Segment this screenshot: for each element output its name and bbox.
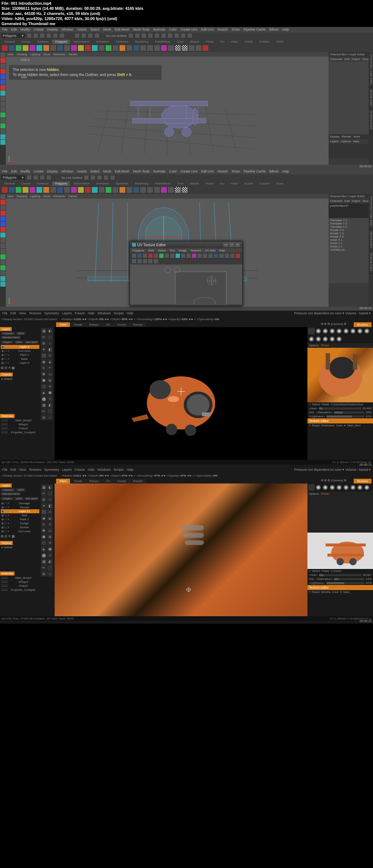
tool-icon[interactable]: ○ xyxy=(47,571,53,577)
item-render[interactable]: Render xyxy=(342,135,351,138)
item-general[interactable]: General xyxy=(1,182,17,186)
tool-icon[interactable]: ⊗ xyxy=(47,534,53,539)
item-xgen[interactable]: XGen xyxy=(232,170,240,174)
item-view[interactable]: View xyxy=(7,53,13,56)
tool-icon[interactable]: ⬚ xyxy=(47,408,53,414)
item-assets[interactable]: Assets xyxy=(77,28,87,32)
item-fur[interactable]: Fur xyxy=(217,40,227,44)
item-options[interactable]: Options xyxy=(341,140,351,143)
tool-icon[interactable]: ✶ xyxy=(47,383,53,389)
item-window[interactable]: Window xyxy=(62,170,73,174)
tool-icon[interactable]: ≡ xyxy=(41,521,47,527)
toolbox[interactable] xyxy=(0,52,6,165)
tool-icon[interactable]: ⊕ xyxy=(41,340,47,346)
tool-icon[interactable]: ⬛ xyxy=(41,353,47,358)
item-display[interactable]: Display xyxy=(330,135,339,138)
item-color[interactable]: Color xyxy=(336,424,343,427)
mode-selector-row[interactable]: Polygons No Live Surface xyxy=(0,32,373,39)
uv-texture-editor[interactable]: UV Texture Editor —□× PolygonsViewSelect… xyxy=(130,241,243,306)
tool-icon[interactable]: ▦ xyxy=(41,328,47,334)
viewport-1[interactable]: ViewShadingLightingShowRendererPanels xyxy=(6,52,329,165)
tool-icon[interactable]: ◐ xyxy=(47,558,53,564)
tool-icon[interactable]: ✧ xyxy=(47,552,53,558)
tool-icon[interactable]: ✧ xyxy=(47,396,53,402)
tool-icon[interactable]: ⬙ xyxy=(47,515,53,521)
tool-palette[interactable]: ▦◐✏⬚⊕○✦◧⬛✂◉⬙≡⌖✱▭⬢⊗⬡✶◈⬣⬤✧▦◐✏⬚⊕○ xyxy=(40,327,55,460)
tool-icon[interactable]: ▦ xyxy=(41,484,47,490)
tool-icon[interactable]: ◐ xyxy=(47,328,53,334)
layer-decals[interactable]: ☐ ✕Decals xyxy=(1,505,39,509)
tool-icon[interactable]: ⬤ xyxy=(41,552,47,558)
tool-icon[interactable]: ⬛ xyxy=(41,509,47,515)
item--[interactable]: ? xyxy=(309,590,310,594)
item-show[interactable]: Show xyxy=(43,195,51,198)
tool-icon[interactable]: ⊕ xyxy=(41,497,47,502)
item-create[interactable]: Create xyxy=(34,28,44,32)
layer-cut-lines[interactable]: ☐ ✕Cut Lines xyxy=(1,529,39,533)
item-deformation[interactable]: Deformation xyxy=(71,182,93,186)
item-bifrost[interactable]: Bifrost xyxy=(269,28,279,32)
item-edit-mesh[interactable]: Edit Mesh xyxy=(115,28,129,32)
item-edit-mesh[interactable]: Edit Mesh xyxy=(115,170,129,174)
tool-icon[interactable]: ⌖ xyxy=(47,521,53,527)
brushes-panel[interactable]: OptionsPicker <SelectPasteC:\Users\Ryan\… xyxy=(307,327,373,460)
channel-box[interactable]: Channel Box / Layer Editor ChannelsEditO… xyxy=(329,52,369,165)
item-dynamics[interactable]: Dynamics xyxy=(113,182,131,186)
item-painteffects[interactable]: PaintEffects xyxy=(152,40,174,44)
item-rendering[interactable]: Rendering xyxy=(132,40,152,44)
item-image[interactable]: Image xyxy=(178,249,186,252)
tool-icon[interactable]: ⬢ xyxy=(41,377,47,383)
item-create-uvs[interactable]: Create UVs xyxy=(181,28,198,32)
item-panels[interactable]: Panels xyxy=(68,195,77,198)
item-nhair[interactable]: nHair xyxy=(228,40,241,44)
item-ncloth[interactable]: nCloth xyxy=(242,182,256,186)
tool-icon[interactable]: ⌖ xyxy=(47,365,53,371)
item-edit[interactable]: Edit xyxy=(345,57,350,61)
item-animation[interactable]: Animation xyxy=(93,40,112,44)
tool-icon[interactable]: ✶ xyxy=(47,540,53,546)
item-xgen[interactable]: XGen xyxy=(232,28,240,32)
layer-cut-lines[interactable]: ☐ ✕Cut Lines xyxy=(1,349,39,353)
tool-icon[interactable]: ⬙ xyxy=(47,359,53,365)
item-muscle[interactable]: Muscle xyxy=(187,40,202,44)
item-renderer[interactable]: Renderer xyxy=(54,195,66,198)
item-select[interactable]: Select xyxy=(90,170,99,174)
close-button[interactable]: × xyxy=(235,243,240,247)
tool-icon[interactable]: ◉ xyxy=(41,515,47,521)
item-fluids[interactable]: Fluids xyxy=(203,182,216,186)
mode-dropdown[interactable]: Polygons xyxy=(1,33,25,38)
item-help[interactable]: Help xyxy=(353,140,359,143)
item--[interactable]: ▾ xyxy=(340,590,342,594)
channel-box[interactable]: Channel Box / Layer Editor ChannelsEditO… xyxy=(329,194,369,307)
tool-icon[interactable]: ○ xyxy=(47,414,53,420)
tool-icon[interactable]: ✏ xyxy=(41,490,47,496)
picker-image[interactable] xyxy=(307,348,373,402)
item-select[interactable]: Select xyxy=(158,249,166,252)
tool-icon[interactable]: ✏ xyxy=(41,408,47,414)
item-tool[interactable]: Tool xyxy=(169,249,175,252)
item-edit-uvs[interactable]: Edit UVs xyxy=(201,28,214,32)
item-curves[interactable]: Curves xyxy=(18,182,33,186)
item-fur[interactable]: Fur xyxy=(217,182,227,186)
item-modify[interactable]: Modify xyxy=(20,28,30,32)
picker-image[interactable] xyxy=(307,533,373,569)
item-custom[interactable]: Custom xyxy=(256,40,272,44)
item-view[interactable]: View xyxy=(148,249,154,252)
viewport-menu[interactable]: ViewShadingLightingShowRendererPanels xyxy=(6,52,329,57)
item-normals[interactable]: Normals xyxy=(153,170,166,174)
item-rendering[interactable]: Rendering xyxy=(132,182,152,186)
item-edit[interactable]: Edit xyxy=(345,199,350,203)
shelf-tabs[interactable]: GeneralCurvesSurfacesPolygonsDeformation… xyxy=(0,39,373,44)
item-modify[interactable]: Modify xyxy=(20,170,30,174)
layer-dodge[interactable]: ☐ ✕Dodge xyxy=(1,521,39,525)
layer-mult[interactable]: ☐ ✕Mult xyxy=(1,513,39,517)
right-tabs[interactable]: Channel Box / Layer EditorAttribute Edit… xyxy=(369,52,373,165)
item-help[interactable]: Help xyxy=(219,249,225,252)
tool-icon[interactable]: ⊗ xyxy=(47,377,53,383)
tool-icon[interactable]: ⬚ xyxy=(47,490,53,496)
item-channels[interactable]: Channels xyxy=(330,199,342,203)
item-fluids[interactable]: Fluids xyxy=(203,40,216,44)
item-main_bod[interactable]: Main_Bod xyxy=(347,424,360,427)
item-channels[interactable]: Channels xyxy=(330,57,342,61)
tool-icon[interactable]: ⬢ xyxy=(41,534,47,539)
